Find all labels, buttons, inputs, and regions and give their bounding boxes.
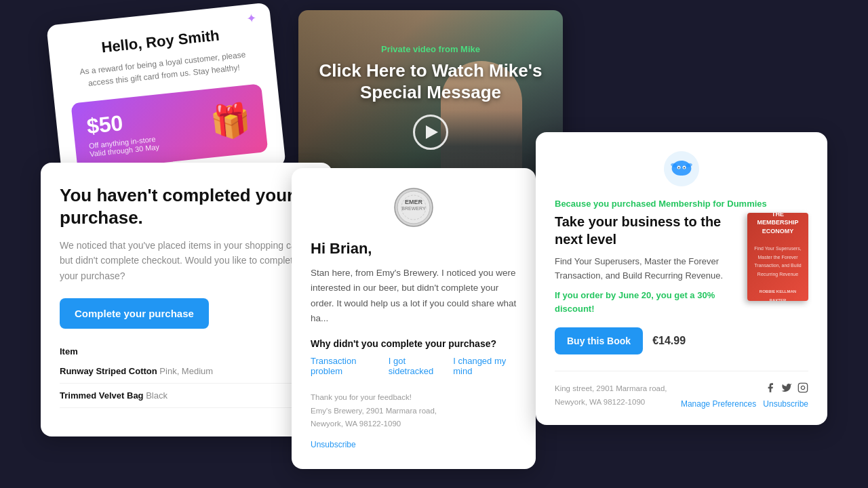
twitter-icon[interactable] <box>781 382 792 395</box>
item-variant: Pink, Medium <box>159 366 213 376</box>
book-cover-text: THEMEMBERSHIPECONOMY Find Your Superuser… <box>747 213 808 301</box>
brand-logo-icon <box>664 151 699 186</box>
book-footer-links: Manage Preferences Unsubscribe <box>681 399 808 409</box>
items-label: Item <box>60 346 313 357</box>
play-icon <box>426 125 438 139</box>
card-hello: ✦ Hello, Roy Smith As a reward for being… <box>46 2 286 189</box>
book-price: €14.99 <box>652 335 686 347</box>
card-book: Because you purchased Membership for Dum… <box>536 132 827 425</box>
feedback-link-transaction[interactable]: Transaction problem <box>311 356 379 376</box>
svg-text:BREWERY: BREWERY <box>401 206 426 211</box>
book-footer: King street, 2901 Marmara road, Newyork,… <box>555 371 808 409</box>
video-from-label: Private video from Mike <box>381 44 480 54</box>
book-text-area: Take your business to the next level Fin… <box>555 213 736 371</box>
gift-amount: $50 <box>85 107 157 140</box>
book-unsubscribe-link[interactable]: Unsubscribe <box>763 399 808 409</box>
svg-rect-10 <box>798 384 807 392</box>
book-cover-image: THEMEMBERSHIPECONOMY Find Your Superuser… <box>747 213 808 301</box>
video-overlay: Private video from Mike Click Here to Wa… <box>298 10 563 183</box>
table-row: Trimmed Velvet Bag Black <box>60 390 313 408</box>
card-video: Private video from Mike Click Here to Wa… <box>298 10 563 183</box>
gift-card: $50 Off anything in-storeValid through 3… <box>71 83 268 171</box>
book-title: Take your business to the next level <box>555 213 736 248</box>
brewery-greeting: Hi Brian, <box>311 240 517 258</box>
item-variant: Black <box>146 390 167 401</box>
book-footer-right: Manage Preferences Unsubscribe <box>681 382 808 409</box>
item-name: Trimmed Velvet Bag <box>60 390 144 401</box>
book-desc: Find Your Superusers, Master the Forever… <box>555 255 736 283</box>
svg-point-9 <box>684 167 685 169</box>
complete-purchase-button[interactable]: Complete your purchase <box>60 298 209 329</box>
brewery-feedback-links: Transaction problem I got sidetracked I … <box>311 356 517 376</box>
buy-book-button[interactable]: Buy this Book <box>555 327 643 354</box>
book-content: Take your business to the next level Fin… <box>555 213 808 371</box>
card-brewery: EMER BREWERY Hi Brian, Stan here, from E… <box>292 168 536 469</box>
book-logo-area <box>555 151 808 186</box>
gift-icon: 🎁 <box>209 100 254 142</box>
sparkle-icon: ✦ <box>246 10 258 26</box>
instagram-icon[interactable] <box>797 382 808 395</box>
feedback-link-sidetracked[interactable]: I got sidetracked <box>389 356 443 376</box>
book-footer-address: King street, 2901 Marmara road, Newyork,… <box>555 382 667 409</box>
brewery-unsubscribe-link[interactable]: Unsubscribe <box>311 440 356 449</box>
book-cover-area: THEMEMBERSHIPECONOMY Find Your Superuser… <box>747 213 808 301</box>
table-row: Runway Striped Cotton Pink, Medium <box>60 366 313 384</box>
svg-text:EMER: EMER <box>405 199 423 205</box>
feedback-link-changed[interactable]: I changed my mind <box>453 356 517 376</box>
cart-heading: You haven't completed your purchase. <box>60 184 313 228</box>
book-offer: If you order by June 20, you get a 30% d… <box>555 289 736 317</box>
brewery-body: Stan here, from Emy's Brewery. I noticed… <box>311 266 517 326</box>
video-title: Click Here to Watch Mike's Special Messa… <box>298 60 563 104</box>
play-button[interactable] <box>413 115 448 150</box>
svg-point-8 <box>678 167 679 169</box>
brewery-logo-area: EMER BREWERY <box>311 187 517 228</box>
card-cart: You haven't completed your purchase. We … <box>41 163 332 436</box>
facebook-icon[interactable] <box>765 382 776 395</box>
item-name: Runway Striped Cotton <box>60 366 157 376</box>
book-actions: Buy this Book €14.99 <box>555 327 736 354</box>
gift-desc: Off anything in-storeValid through 30 Ma… <box>88 135 159 159</box>
brewery-question: Why didn't you complete your purchase? <box>311 338 517 349</box>
social-icons <box>765 382 808 395</box>
brewery-footer-text: Thank you for your feedback! Emy's Brewe… <box>311 391 517 431</box>
brewery-badge-icon: EMER BREWERY <box>393 187 434 228</box>
manage-preferences-link[interactable]: Manage Preferences <box>681 399 756 409</box>
cart-body: We noticed that you've placed items in y… <box>60 238 313 283</box>
book-because-label: Because you purchased Membership for Dum… <box>555 199 808 209</box>
book-offer-highlight: If you order by June 20, you get a 30% d… <box>555 290 715 314</box>
